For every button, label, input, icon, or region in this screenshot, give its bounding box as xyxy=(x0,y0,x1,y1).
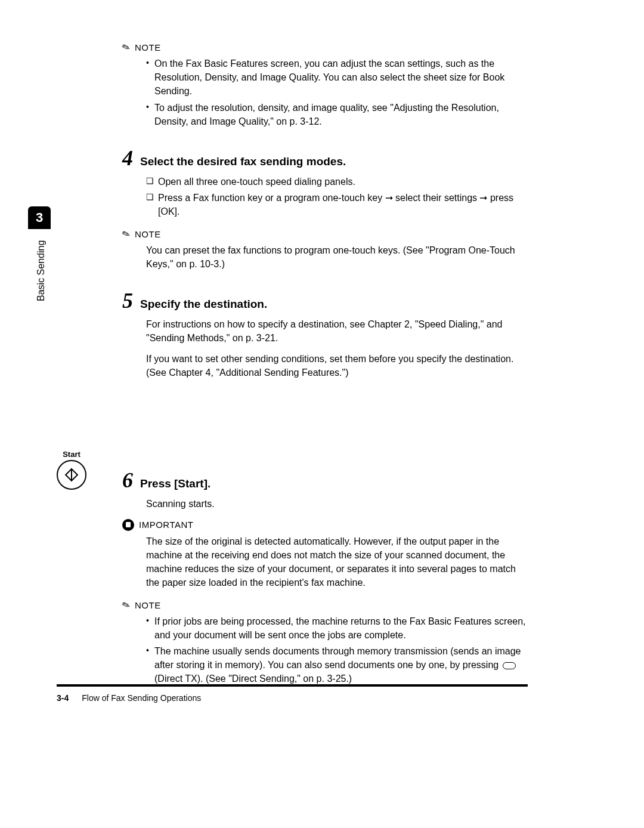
note-list-1: On the Fax Basic Features screen, you ca… xyxy=(146,57,528,128)
paragraph: Scanning starts. xyxy=(146,497,528,511)
step-5-body: For instructions on how to specify a des… xyxy=(146,317,528,380)
important-icon xyxy=(122,519,134,531)
side-tab-chapter: 3 xyxy=(28,206,51,229)
step-6: 6 Press [Start]. xyxy=(122,469,528,491)
start-button-label: Start xyxy=(57,450,86,459)
step-6-body: Scanning starts. xyxy=(146,497,528,511)
note-label: NOTE xyxy=(135,229,161,239)
list-item: To adjust the resolution, density, and i… xyxy=(146,101,528,128)
note-body-2: You can preset the fax functions to prog… xyxy=(146,243,528,271)
pencil-icon: ✎ xyxy=(120,227,132,240)
important-body: The size of the original is detected aut… xyxy=(146,535,528,590)
start-diamond-icon xyxy=(65,468,79,482)
page-footer: 3-4 Flow of Fax Sending Operations xyxy=(57,693,201,703)
direct-tx-icon xyxy=(503,662,516,669)
footer-divider xyxy=(57,684,528,687)
page-number: 3-4 xyxy=(57,693,69,703)
step-5: 5 Specify the destination. xyxy=(122,290,528,311)
note-header-1: ✎ NOTE xyxy=(122,42,528,53)
text-span: The machine usually sends documents thro… xyxy=(154,646,521,670)
step-title: Specify the destination. xyxy=(140,298,267,311)
list-item: Open all three one-touch speed dialing p… xyxy=(146,175,528,189)
important-label: IMPORTANT xyxy=(139,520,193,530)
step-4-body: Open all three one-touch speed dialing p… xyxy=(146,175,528,219)
step-title: Select the desired fax sending modes. xyxy=(140,155,346,168)
important-header: IMPORTANT xyxy=(122,519,528,531)
footer-title: Flow of Fax Sending Operations xyxy=(82,693,201,703)
pencil-icon: ✎ xyxy=(120,598,132,611)
note-body-1: On the Fax Basic Features screen, you ca… xyxy=(146,57,528,128)
list-item: On the Fax Basic Features screen, you ca… xyxy=(146,57,528,98)
paragraph: If you want to set other sending conditi… xyxy=(146,352,528,379)
side-label: Basic Sending xyxy=(36,240,47,301)
note-list-3: If prior jobs are being processed, the m… xyxy=(146,614,528,686)
note-body-3: If prior jobs are being processed, the m… xyxy=(146,614,528,686)
paragraph: For instructions on how to specify a des… xyxy=(146,317,528,345)
check-list: Open all three one-touch speed dialing p… xyxy=(146,175,528,219)
start-button-illustration: Start xyxy=(57,450,86,490)
note-label: NOTE xyxy=(135,600,161,610)
pencil-icon: ✎ xyxy=(120,41,132,54)
step-title: Press [Start]. xyxy=(140,477,210,490)
list-item: The machine usually sends documents thro… xyxy=(146,644,528,686)
step-4: 4 Select the desired fax sending modes. xyxy=(122,147,528,169)
list-item: If prior jobs are being processed, the m… xyxy=(146,614,528,642)
list-item: Press a Fax function key or a program on… xyxy=(146,191,528,218)
note-header-3: ✎ NOTE xyxy=(122,600,528,611)
text-span: (Direct TX). (See "Direct Sending," on p… xyxy=(154,673,352,684)
note-header-2: ✎ NOTE xyxy=(122,228,528,240)
step-number: 4 xyxy=(122,147,133,169)
start-button-circle xyxy=(57,460,86,490)
page-content: ✎ NOTE On the Fax Basic Features screen,… xyxy=(122,42,528,688)
note-label: NOTE xyxy=(135,42,161,52)
step-number: 6 xyxy=(122,469,133,491)
step-number: 5 xyxy=(122,290,133,311)
